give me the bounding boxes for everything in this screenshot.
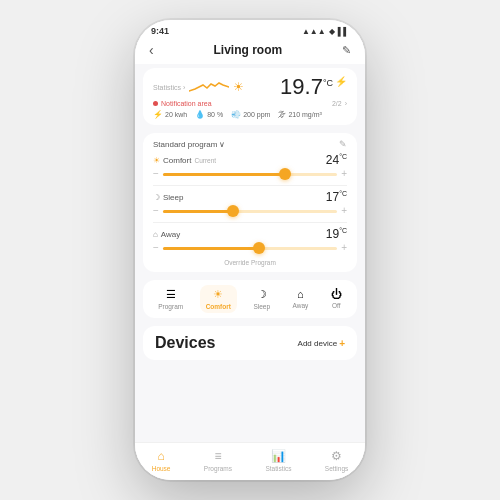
sun-icon: ☀ <box>233 80 244 94</box>
signal-icon: ▲▲▲ <box>302 27 326 36</box>
particles-icon: 🌫 <box>278 110 286 119</box>
sleep-slider-block: ☽ Sleep 17°C − + <box>153 190 347 216</box>
lightning-icon: ⚡ <box>335 76 347 87</box>
stats-section: Statistics › ☀ 19.7°C ⚡ <box>143 68 357 125</box>
edit-button[interactable]: ✎ <box>342 44 351 57</box>
sleep-minus[interactable]: − <box>153 206 159 216</box>
header: ‹ Living room ✎ <box>135 38 365 64</box>
add-device-icon: + <box>339 338 345 349</box>
phone-screen: 9:41 ▲▲▲ ◆ ▌▌ ‹ Living room ✎ Statist <box>135 20 365 480</box>
notif-dot <box>153 101 158 106</box>
notification-text: Notification area <box>153 100 212 107</box>
settings-nav-icon: ⚙ <box>331 449 342 463</box>
stats-label: Statistics › <box>153 84 185 91</box>
sleep-tab-label: Sleep <box>253 303 270 310</box>
back-button[interactable]: ‹ <box>149 42 154 58</box>
devices-title: Devices <box>155 334 216 352</box>
away-home-icon: ⌂ <box>153 230 158 239</box>
metric-co2: 💨 200 ppm <box>231 110 270 119</box>
add-device-label: Add device <box>298 339 338 348</box>
add-device-button[interactable]: Add device + <box>298 338 345 349</box>
metrics-row: ⚡ 20 kwh 💧 80 % 💨 200 ppm 🌫 210 mg/m³ <box>153 110 347 119</box>
sleep-label: ☽ Sleep <box>153 193 183 202</box>
off-tab-icon: ⏻ <box>331 288 342 300</box>
away-slider-block: ⌂ Away 19°C − + <box>153 227 347 253</box>
metric-energy: ⚡ 20 kwh <box>153 110 187 119</box>
nav-settings[interactable]: ⚙ Settings <box>325 449 349 472</box>
bottom-nav: ⌂ House ≡ Programs 📊 Statistics ⚙ Settin… <box>135 442 365 480</box>
notification-row: Notification area 2/2 › <box>153 100 347 107</box>
tab-away[interactable]: ⌂ Away <box>286 285 314 313</box>
nav-house[interactable]: ⌂ House <box>152 449 171 472</box>
stats-chart: Statistics › ☀ <box>153 79 244 95</box>
page-title: Living room <box>214 43 283 57</box>
away-track[interactable] <box>163 247 337 250</box>
sleep-track[interactable] <box>163 210 337 213</box>
programs-nav-label: Programs <box>204 465 232 472</box>
house-nav-label: House <box>152 465 171 472</box>
comfort-tab-label: Comfort <box>206 303 231 310</box>
mode-tabs: ☰ Program ☀ Comfort ☽ Sleep ⌂ Away ⏻ O <box>143 280 357 318</box>
tab-off[interactable]: ⏻ Off <box>325 285 348 313</box>
status-icons: ▲▲▲ ◆ ▌▌ <box>302 27 349 36</box>
comfort-track[interactable] <box>163 173 337 176</box>
notif-forward-icon: › <box>345 100 347 107</box>
comfort-plus[interactable]: + <box>341 169 347 179</box>
program-name: Standard program <box>153 140 217 149</box>
co2-icon: 💨 <box>231 110 241 119</box>
temperature-display: 19.7°C <box>280 76 333 98</box>
metric-particles: 🌫 210 mg/m³ <box>278 110 321 119</box>
settings-nav-label: Settings <box>325 465 349 472</box>
humidity-icon: 💧 <box>195 110 205 119</box>
sleep-tab-icon: ☽ <box>257 288 267 301</box>
override-label: Override Program <box>153 259 347 266</box>
comfort-sun-icon: ☀ <box>153 156 160 165</box>
sparkline-chart <box>189 79 229 95</box>
comfort-slider-block: ☀ Comfort Current 24°C − + <box>153 153 347 179</box>
program-tab-label: Program <box>158 303 183 310</box>
notif-count: 2/2 <box>332 100 342 107</box>
away-temp: 19°C <box>326 227 347 241</box>
phone-shell: 9:41 ▲▲▲ ◆ ▌▌ ‹ Living room ✎ Statist <box>135 20 365 480</box>
away-slider-row: − + <box>153 243 347 253</box>
tab-program[interactable]: ☰ Program <box>152 285 189 313</box>
status-bar: 9:41 ▲▲▲ ◆ ▌▌ <box>135 20 365 38</box>
away-plus[interactable]: + <box>341 243 347 253</box>
comfort-temp: 24°C <box>326 153 347 167</box>
off-tab-label: Off <box>332 302 341 309</box>
program-tab-icon: ☰ <box>166 288 176 301</box>
away-label: ⌂ Away <box>153 230 180 239</box>
sleep-plus[interactable]: + <box>341 206 347 216</box>
comfort-tab-icon: ☀ <box>213 288 223 301</box>
sleep-moon-icon: ☽ <box>153 193 160 202</box>
sleep-slider-row: − + <box>153 206 347 216</box>
house-nav-icon: ⌂ <box>157 449 164 463</box>
comfort-minus[interactable]: − <box>153 169 159 179</box>
away-tab-label: Away <box>292 302 308 309</box>
phone-wrapper: 9:41 ▲▲▲ ◆ ▌▌ ‹ Living room ✎ Statist <box>135 20 365 480</box>
nav-programs[interactable]: ≡ Programs <box>204 449 232 472</box>
comfort-slider-row: − + <box>153 169 347 179</box>
devices-header: Devices Add device + <box>155 334 345 352</box>
away-tab-icon: ⌂ <box>297 288 304 300</box>
program-edit-icon[interactable]: ✎ <box>339 139 347 149</box>
energy-icon: ⚡ <box>153 110 163 119</box>
statistics-nav-icon: 📊 <box>271 449 286 463</box>
devices-section: Devices Add device + <box>143 326 357 360</box>
stats-arrow: › <box>183 84 185 91</box>
status-time: 9:41 <box>151 26 169 36</box>
tab-comfort[interactable]: ☀ Comfort <box>200 285 237 313</box>
tab-sleep[interactable]: ☽ Sleep <box>247 285 276 313</box>
nav-statistics[interactable]: 📊 Statistics <box>265 449 291 472</box>
comfort-label: ☀ Comfort Current <box>153 156 216 165</box>
programs-nav-icon: ≡ <box>214 449 221 463</box>
metric-humidity: 💧 80 % <box>195 110 223 119</box>
program-header: Standard program ∨ ✎ <box>153 139 347 149</box>
away-minus[interactable]: − <box>153 243 159 253</box>
sleep-temp: 17°C <box>326 190 347 204</box>
program-section: Standard program ∨ ✎ ☀ Comfort Current 2… <box>143 133 357 272</box>
program-title[interactable]: Standard program ∨ <box>153 140 225 149</box>
battery-icon: ▌▌ <box>338 27 349 36</box>
statistics-nav-label: Statistics <box>265 465 291 472</box>
wifi-icon: ◆ <box>329 27 335 36</box>
